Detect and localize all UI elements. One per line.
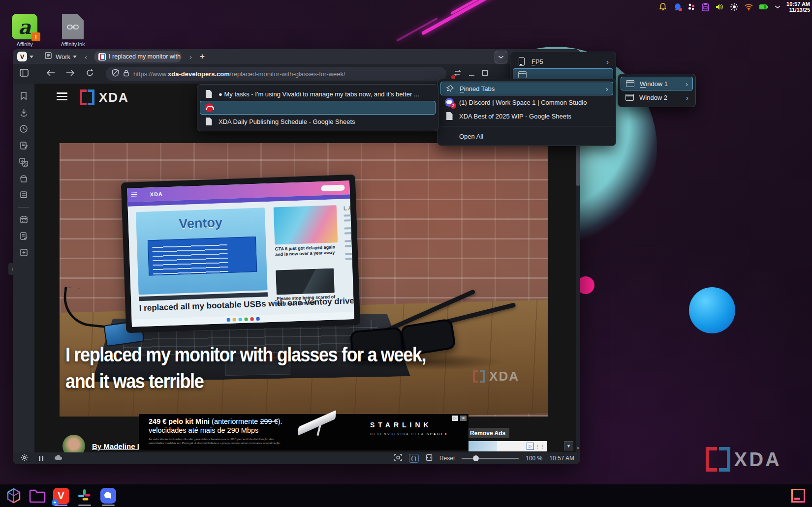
brightness-icon[interactable]	[730, 2, 739, 11]
tasks-panel-icon[interactable]	[20, 232, 28, 240]
active-tab[interactable]: I replaced my monitor with	[94, 51, 182, 62]
ad-controls[interactable]: ▷✕	[452, 416, 467, 421]
article-headline-line1: I replaced my monitor with glasses for a…	[65, 344, 500, 366]
xda-favicon	[98, 53, 106, 60]
adchoices-icon[interactable]: ▷	[527, 443, 534, 450]
url-text: https://www.xda-developers.com/replaced-…	[133, 70, 345, 78]
document-icon	[204, 118, 213, 125]
tray-expand-chevron-icon[interactable]	[774, 4, 781, 9]
wifi-icon[interactable]	[744, 3, 753, 11]
affinity-app-icon: a!	[12, 14, 37, 39]
adchoices-icon[interactable]: ▷	[452, 416, 458, 421]
zoom-slider-knob[interactable]	[473, 455, 479, 461]
window-glyph-icon[interactable]	[482, 69, 488, 78]
desktop-icon-affinity[interactable]: a! Affinity	[7, 14, 42, 47]
capture-page-icon[interactable]	[394, 454, 402, 463]
new-tab-button[interactable]: +	[200, 52, 205, 61]
menu-item-discord-tab[interactable]: 2 (1) Discord | Work Space 1 | Common St…	[438, 95, 616, 109]
scrollbar-arrow-icon[interactable]: ▾	[576, 446, 580, 450]
back-button[interactable]	[46, 69, 55, 78]
panel-collapse-handle[interactable]: ‹	[8, 263, 16, 275]
menu-item-sheet-tab[interactable]: XDA Best of 2025 WIP - Google Sheets	[438, 109, 616, 123]
pause-sync-icon[interactable]	[39, 456, 43, 461]
mini-windows-taskbar	[132, 312, 354, 327]
reading-list-panel-icon[interactable]	[20, 191, 28, 199]
forward-button[interactable]	[66, 69, 75, 78]
menu-item-pinned-tabs[interactable]: Pinned Tabs ›	[440, 82, 613, 95]
document-icon	[445, 112, 454, 120]
sync-issue-icon[interactable]	[453, 69, 462, 78]
tiling-icon[interactable]: ( )	[409, 454, 419, 463]
remove-ads-button[interactable]: Remove Ads	[466, 428, 509, 438]
mini-page-body: Ventoy I replaced all my bootable USBs w…	[128, 199, 354, 327]
tray-time: 10:57 AM	[786, 1, 810, 7]
synced-tabs-dropdown-button[interactable]	[495, 51, 507, 63]
menu-item-window-2[interactable]: Window 2 ›	[618, 90, 695, 104]
taskbar-chat-app-icon[interactable]	[98, 486, 118, 506]
cloud-sync-icon[interactable]	[54, 454, 63, 462]
vivaldi-menu-button[interactable]: V	[17, 52, 27, 61]
xda-bracket-right-icon	[88, 89, 94, 105]
menu-item-window-1[interactable]: Window 1 ›	[621, 77, 693, 90]
vivaldi-menu-caret-icon[interactable]	[30, 56, 33, 58]
history-panel-icon[interactable]	[19, 124, 28, 133]
running-indicator	[102, 505, 115, 506]
notes-panel-icon[interactable]	[20, 141, 28, 150]
ad-close-icon[interactable]: ✕	[460, 416, 467, 421]
clock[interactable]: 10:57 AM 11/13/25	[786, 1, 810, 13]
translate-panel-icon[interactable]: A文	[19, 158, 28, 167]
submenu-arrow-icon: ›	[676, 80, 688, 88]
workspace-caret-icon[interactable]	[73, 56, 77, 58]
starlink-dish-image	[296, 419, 355, 450]
taskbar-slack-icon[interactable]	[75, 486, 94, 506]
add-panel-icon[interactable]	[20, 248, 28, 257]
desktop-icon-affinity-link[interactable]: Affinity.lnk	[55, 14, 91, 47]
mini-latest-column: LATEST	[344, 203, 361, 260]
taskbar-files-icon[interactable]	[28, 486, 47, 506]
zoom-reset-button[interactable]: Reset	[439, 455, 455, 462]
menu-separator	[439, 126, 615, 126]
submenu-arrow-icon: ›	[596, 85, 608, 93]
settings-gear-icon[interactable]	[21, 454, 28, 463]
lock-icon[interactable]	[123, 69, 129, 79]
workspace-name[interactable]: Work	[56, 53, 70, 60]
url-field[interactable]: https://www.xda-developers.com/replaced-…	[106, 67, 446, 81]
menu-item-open-all[interactable]: Open All	[438, 129, 616, 143]
slack-tray-icon[interactable]	[687, 2, 696, 11]
taskbar-vivaldi-icon[interactable]: V+	[51, 486, 71, 506]
menu-item-fp5[interactable]: FP5 ›	[510, 55, 616, 68]
chat-app-icon[interactable]	[673, 2, 682, 11]
anchored-ad-strip[interactable]: ▷ ⋮⋮	[468, 441, 547, 451]
battery-icon[interactable]	[759, 3, 769, 10]
scroll-down-button[interactable]: ▼	[564, 441, 573, 450]
workspace-icon[interactable]	[44, 52, 52, 61]
minimize-glyph-icon[interactable]	[468, 69, 475, 78]
mini-gta-card	[274, 205, 338, 244]
tab-scroll-left-icon[interactable]: ‹	[85, 53, 87, 61]
window-icon	[625, 94, 634, 101]
show-desktop-button[interactable]	[791, 489, 805, 503]
xda-site-logo[interactable]: XDA	[80, 89, 129, 105]
taskbar-activities-cube-icon[interactable]	[4, 486, 24, 506]
menu-item-publishing-schedule-tab[interactable]: XDA Daily Publishing Schedule - Google S…	[197, 115, 438, 128]
ad-options-icon[interactable]: ⋮⋮	[535, 444, 545, 449]
document-icon	[204, 90, 213, 98]
menu-item-my-tasks-tab[interactable]: ● My tasks - I'm using Vivaldi to manage…	[197, 87, 438, 101]
starlink-ad-banner[interactable]: 249 € pelo kit Mini (anteriormente 299 €…	[139, 414, 468, 450]
page-actions-icon[interactable]	[426, 454, 433, 463]
panel-toggle-icon[interactable]	[20, 69, 29, 79]
content-blocker-shield-icon[interactable]	[112, 69, 119, 79]
tab-scroll-right-icon[interactable]: ›	[189, 53, 192, 61]
notification-bell-icon[interactable]	[658, 2, 667, 11]
menu-item-pinned-site-highlighted[interactable]	[200, 101, 436, 115]
volume-icon[interactable]	[715, 2, 724, 11]
downloads-panel-icon[interactable]	[20, 108, 28, 117]
zoom-slider[interactable]	[462, 458, 519, 459]
site-menu-burger-icon[interactable]	[57, 92, 67, 100]
bookmarks-panel-icon[interactable]	[20, 91, 28, 100]
author-avatar[interactable]	[62, 435, 85, 452]
calendar-panel-icon[interactable]	[20, 215, 28, 224]
reload-button[interactable]	[86, 69, 94, 79]
clipboard-icon[interactable]	[701, 2, 710, 11]
sessions-panel-icon[interactable]	[19, 175, 28, 183]
